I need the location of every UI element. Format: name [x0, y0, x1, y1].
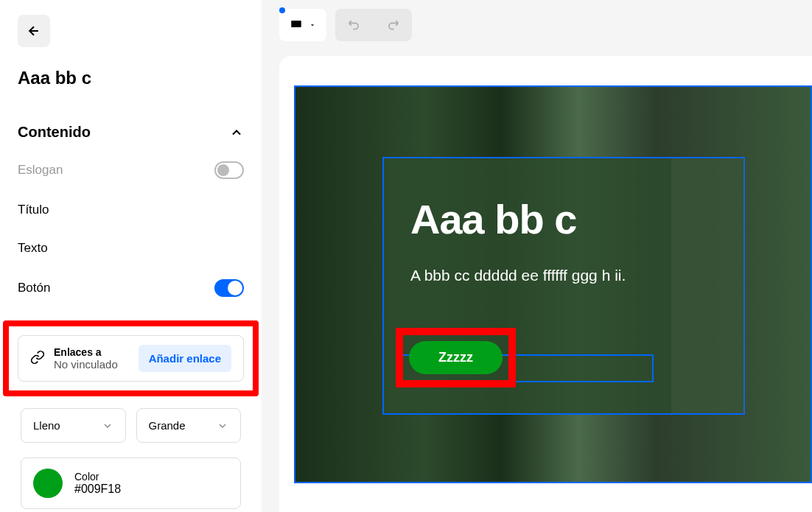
titulo-row[interactable]: Título: [18, 203, 244, 217]
link-info: Enlaces a No vinculado: [54, 346, 130, 371]
color-info: Color #009F18: [74, 471, 121, 496]
boton-label: Botón: [18, 281, 50, 295]
size-select-label: Grande: [149, 419, 186, 432]
link-info-label: Enlaces a: [54, 346, 130, 358]
undo-icon: [347, 17, 362, 32]
redo-button[interactable]: [374, 9, 412, 41]
titulo-label: Título: [18, 203, 49, 217]
boton-toggle[interactable]: [214, 279, 244, 297]
color-info-label: Color: [74, 471, 121, 483]
link-icon: [30, 350, 45, 368]
chevron-down-icon: [102, 420, 113, 432]
sidebar-title: Aaa bb c: [18, 68, 244, 88]
redo-icon: [385, 17, 400, 32]
section-contenido-label: Contenido: [18, 124, 91, 141]
link-highlight: Enlaces a No vinculado Añadir enlace: [3, 320, 259, 396]
fill-select-label: Lleno: [33, 419, 60, 432]
link-card: Enlaces a No vinculado Añadir enlace: [18, 335, 244, 382]
toolbar: [279, 9, 812, 41]
color-info-value: #009F18: [74, 483, 121, 496]
size-select[interactable]: Grande: [136, 408, 242, 443]
fill-select[interactable]: Lleno: [21, 408, 126, 443]
desktop-icon: [290, 18, 303, 32]
eslogan-row: Eslogan: [18, 161, 244, 179]
eslogan-label: Eslogan: [18, 163, 63, 178]
section-contenido-header[interactable]: Contenido: [18, 124, 244, 141]
chevron-down-icon: [217, 420, 228, 432]
link-info-status: No vinculado: [54, 358, 130, 371]
hero-content-box[interactable]: Aaa bb c A bbb cc ddddd ee ffffff ggg h …: [382, 157, 745, 415]
color-swatch: [33, 469, 63, 498]
arrow-left-icon: [27, 24, 41, 38]
eslogan-toggle[interactable]: [214, 161, 244, 179]
back-button[interactable]: [18, 15, 50, 47]
sidebar: Aaa bb c Contenido Eslogan Título Texto …: [0, 0, 262, 512]
device-selector[interactable]: [279, 9, 326, 41]
chevron-up-icon: [229, 125, 244, 140]
color-card[interactable]: Color #009F18: [21, 457, 241, 509]
unsaved-indicator: [279, 7, 285, 13]
main-area: Aaa bb c A bbb cc ddddd ee ffffff ggg h …: [262, 0, 812, 512]
texto-row[interactable]: Texto: [18, 241, 244, 256]
boton-row: Botón: [18, 279, 244, 297]
hero-title[interactable]: Aaa bb c: [410, 195, 743, 243]
hero-section[interactable]: Aaa bb c A bbb cc ddddd ee ffffff ggg h …: [294, 85, 812, 483]
selects-row: Lleno Grande: [18, 408, 244, 443]
canvas[interactable]: Aaa bb c A bbb cc ddddd ee ffffff ggg h …: [279, 56, 812, 512]
undo-redo-group: [335, 9, 412, 41]
button-highlight: Zzzzz: [396, 328, 516, 387]
caret-down-icon: [309, 21, 316, 29]
hero-text[interactable]: A bbb cc ddddd ee ffffff ggg h ii.: [410, 264, 646, 287]
hero-button[interactable]: Zzzzz: [409, 341, 503, 374]
add-link-button[interactable]: Añadir enlace: [139, 345, 231, 372]
svg-rect-0: [291, 21, 301, 27]
texto-label: Texto: [18, 241, 48, 256]
undo-button[interactable]: [335, 9, 374, 41]
